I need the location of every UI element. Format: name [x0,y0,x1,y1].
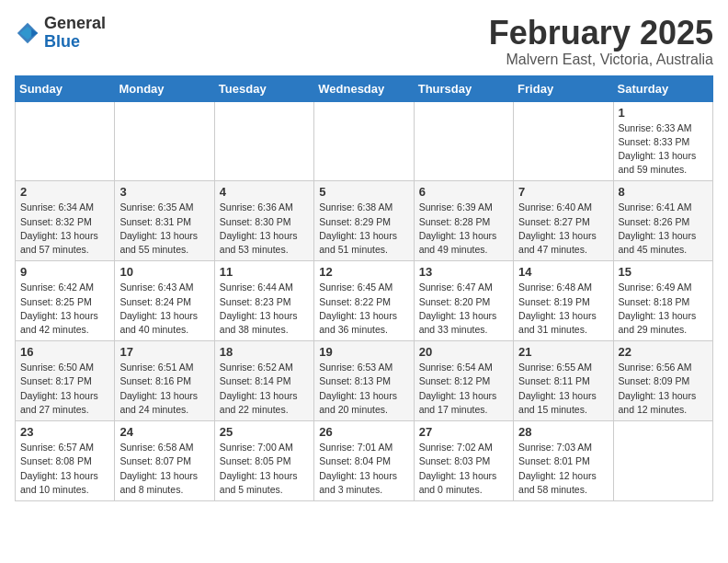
day-number: 14 [518,265,608,279]
calendar-day-cell: 26Sunrise: 7:01 AM Sunset: 8:04 PM Dayli… [314,421,414,501]
day-number: 18 [220,345,309,359]
calendar-week-row: 1Sunrise: 6:33 AM Sunset: 8:33 PM Daylig… [16,101,713,181]
weekday-header: Monday [115,75,214,101]
calendar-week-row: 23Sunrise: 6:57 AM Sunset: 8:08 PM Dayli… [16,421,713,501]
calendar-day-cell [214,101,313,181]
day-number: 24 [119,425,209,439]
day-number: 27 [419,425,508,439]
calendar-day-cell [514,101,613,181]
logo: General Blue [15,15,106,52]
calendar-table: SundayMondayTuesdayWednesdayThursdayFrid… [15,75,713,501]
day-number: 17 [119,345,209,359]
calendar-day-cell: 16Sunrise: 6:50 AM Sunset: 8:17 PM Dayli… [16,341,115,421]
calendar-day-cell: 12Sunrise: 6:45 AM Sunset: 8:22 PM Dayli… [314,261,414,341]
day-number: 1 [619,106,708,120]
calendar-day-cell: 2Sunrise: 6:34 AM Sunset: 8:32 PM Daylig… [16,181,115,261]
weekday-header: Wednesday [314,75,414,101]
calendar-day-cell [414,101,513,181]
location-title: Malvern East, Victoria, Australia [489,52,713,68]
calendar-day-cell: 10Sunrise: 6:43 AM Sunset: 8:24 PM Dayli… [115,261,214,341]
day-number: 13 [419,265,508,279]
day-info: Sunrise: 6:42 AM Sunset: 8:25 PM Dayligh… [20,281,109,337]
calendar-day-cell: 1Sunrise: 6:33 AM Sunset: 8:33 PM Daylig… [613,101,712,181]
day-info: Sunrise: 7:00 AM Sunset: 8:05 PM Dayligh… [220,441,309,497]
logo-general: General [44,15,106,33]
calendar-day-cell: 27Sunrise: 7:02 AM Sunset: 8:03 PM Dayli… [414,421,513,501]
day-number: 16 [20,345,109,359]
day-info: Sunrise: 6:53 AM Sunset: 8:13 PM Dayligh… [319,361,408,417]
day-info: Sunrise: 6:56 AM Sunset: 8:09 PM Dayligh… [619,361,708,417]
day-info: Sunrise: 6:52 AM Sunset: 8:14 PM Dayligh… [220,361,309,417]
day-number: 6 [419,185,508,199]
calendar-day-cell [16,101,115,181]
weekday-header: Sunday [16,75,115,101]
day-number: 22 [619,345,708,359]
day-number: 8 [619,185,708,199]
weekday-header: Tuesday [214,75,313,101]
page-header: General Blue February 2025 Malvern East,… [15,15,713,68]
calendar-day-cell: 5Sunrise: 6:38 AM Sunset: 8:29 PM Daylig… [314,181,414,261]
calendar-day-cell: 17Sunrise: 6:51 AM Sunset: 8:16 PM Dayli… [115,341,214,421]
day-number: 9 [20,265,109,279]
day-number: 7 [518,185,608,199]
calendar-day-cell: 9Sunrise: 6:42 AM Sunset: 8:25 PM Daylig… [16,261,115,341]
day-number: 11 [220,265,309,279]
day-info: Sunrise: 6:40 AM Sunset: 8:27 PM Dayligh… [518,201,608,257]
day-info: Sunrise: 6:48 AM Sunset: 8:19 PM Dayligh… [518,281,608,337]
weekday-header: Saturday [613,75,712,101]
calendar-day-cell: 11Sunrise: 6:44 AM Sunset: 8:23 PM Dayli… [214,261,313,341]
day-info: Sunrise: 6:33 AM Sunset: 8:33 PM Dayligh… [619,121,708,178]
day-info: Sunrise: 7:03 AM Sunset: 8:01 PM Dayligh… [518,441,608,497]
calendar-day-cell: 14Sunrise: 6:48 AM Sunset: 8:19 PM Dayli… [514,261,613,341]
day-info: Sunrise: 6:51 AM Sunset: 8:16 PM Dayligh… [119,361,209,417]
day-info: Sunrise: 7:02 AM Sunset: 8:03 PM Dayligh… [419,441,508,497]
calendar-day-cell: 28Sunrise: 7:03 AM Sunset: 8:01 PM Dayli… [514,421,613,501]
day-number: 23 [20,425,109,439]
calendar-header-row: SundayMondayTuesdayWednesdayThursdayFrid… [16,75,713,101]
calendar-day-cell: 15Sunrise: 6:49 AM Sunset: 8:18 PM Dayli… [613,261,712,341]
weekday-header: Thursday [414,75,513,101]
day-info: Sunrise: 6:44 AM Sunset: 8:23 PM Dayligh… [220,281,309,337]
day-info: Sunrise: 6:36 AM Sunset: 8:30 PM Dayligh… [220,201,309,257]
calendar-day-cell: 3Sunrise: 6:35 AM Sunset: 8:31 PM Daylig… [115,181,214,261]
calendar-day-cell: 21Sunrise: 6:55 AM Sunset: 8:11 PM Dayli… [514,341,613,421]
day-info: Sunrise: 6:35 AM Sunset: 8:31 PM Dayligh… [119,201,209,257]
day-number: 19 [319,345,408,359]
day-info: Sunrise: 6:34 AM Sunset: 8:32 PM Dayligh… [20,201,109,257]
calendar-day-cell: 8Sunrise: 6:41 AM Sunset: 8:26 PM Daylig… [613,181,712,261]
calendar-day-cell: 22Sunrise: 6:56 AM Sunset: 8:09 PM Dayli… [613,341,712,421]
day-number: 12 [319,265,408,279]
day-number: 4 [220,185,309,199]
calendar-day-cell: 4Sunrise: 6:36 AM Sunset: 8:30 PM Daylig… [214,181,313,261]
calendar-day-cell: 13Sunrise: 6:47 AM Sunset: 8:20 PM Dayli… [414,261,513,341]
day-info: Sunrise: 6:50 AM Sunset: 8:17 PM Dayligh… [20,361,109,417]
day-info: Sunrise: 6:49 AM Sunset: 8:18 PM Dayligh… [619,281,708,337]
calendar-day-cell: 19Sunrise: 6:53 AM Sunset: 8:13 PM Dayli… [314,341,414,421]
day-number: 28 [518,425,608,439]
day-number: 26 [319,425,408,439]
day-info: Sunrise: 6:47 AM Sunset: 8:20 PM Dayligh… [419,281,508,337]
calendar-day-cell: 6Sunrise: 6:39 AM Sunset: 8:28 PM Daylig… [414,181,513,261]
calendar-day-cell [115,101,214,181]
calendar-day-cell: 7Sunrise: 6:40 AM Sunset: 8:27 PM Daylig… [514,181,613,261]
calendar-week-row: 2Sunrise: 6:34 AM Sunset: 8:32 PM Daylig… [16,181,713,261]
day-number: 20 [419,345,508,359]
calendar-week-row: 9Sunrise: 6:42 AM Sunset: 8:25 PM Daylig… [16,261,713,341]
day-info: Sunrise: 6:55 AM Sunset: 8:11 PM Dayligh… [518,361,608,417]
day-info: Sunrise: 6:43 AM Sunset: 8:24 PM Dayligh… [119,281,209,337]
calendar-day-cell: 18Sunrise: 6:52 AM Sunset: 8:14 PM Dayli… [214,341,313,421]
calendar-week-row: 16Sunrise: 6:50 AM Sunset: 8:17 PM Dayli… [16,341,713,421]
day-number: 25 [220,425,309,439]
day-info: Sunrise: 6:45 AM Sunset: 8:22 PM Dayligh… [319,281,408,337]
calendar-day-cell: 24Sunrise: 6:58 AM Sunset: 8:07 PM Dayli… [115,421,214,501]
logo-icon [15,20,40,46]
calendar-day-cell: 23Sunrise: 6:57 AM Sunset: 8:08 PM Dayli… [16,421,115,501]
logo-blue: Blue [44,33,106,52]
day-number: 15 [619,265,708,279]
day-info: Sunrise: 6:58 AM Sunset: 8:07 PM Dayligh… [119,441,209,497]
day-info: Sunrise: 6:57 AM Sunset: 8:08 PM Dayligh… [20,441,109,497]
day-info: Sunrise: 6:39 AM Sunset: 8:28 PM Dayligh… [419,201,508,257]
day-number: 5 [319,185,408,199]
month-title: February 2025 [489,15,713,52]
day-number: 10 [119,265,209,279]
